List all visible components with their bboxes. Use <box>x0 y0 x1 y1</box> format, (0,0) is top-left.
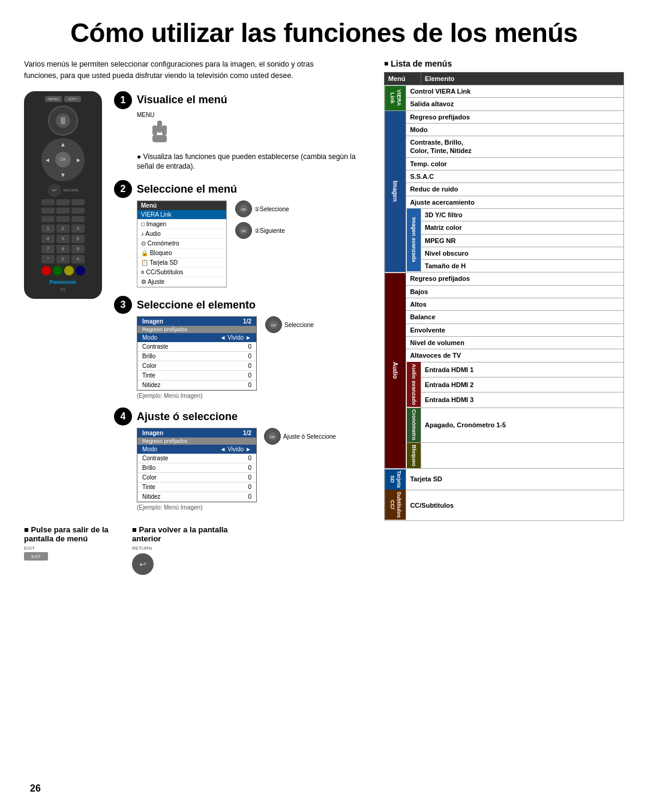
imagen-item-3: Contraste, Brillo,Color, Tinte, Nitidez <box>406 136 624 158</box>
btn-6[interactable] <box>71 208 85 214</box>
ok-diagram-4: OK <box>264 428 281 445</box>
button-row-1 <box>41 199 85 205</box>
menu-item-bloqueo: 🔒 Bloqueo <box>137 248 226 258</box>
btn-2[interactable] <box>56 199 70 205</box>
step-4-annotation: Ajuste ó Seleccione <box>283 433 336 440</box>
step-1-menu-label: MENU <box>137 112 372 118</box>
table-row-viera-2: Salida altavoz <box>385 98 624 110</box>
table-row-viera: VIERALink Control VIERA Link <box>385 85 624 98</box>
step-3: 3 Seleccione el elemento Imagen 1/2 <box>114 296 372 399</box>
dpad-right-arrow: ► <box>76 156 82 163</box>
audio-label: Audio <box>385 272 406 469</box>
table-row-imagen-3: Contraste, Brillo,Color, Tinte, Nitidez <box>385 136 624 158</box>
bloqueo-label: Bloqueo <box>406 443 421 469</box>
menu-button[interactable]: MENU <box>45 96 62 102</box>
col-menu: Menú <box>385 73 421 85</box>
btn-3[interactable] <box>71 199 85 205</box>
numpad: 1 2 3 4 5 6 7 8 9 * 0 # <box>41 224 85 263</box>
table-row-audio-6: Nivel de volumen <box>385 336 624 349</box>
ok-button[interactable]: OK <box>55 152 71 167</box>
para-title: ■ Para volver a la pantalla anterior <box>132 525 228 543</box>
svg-rect-5 <box>152 135 167 142</box>
step-3-nitidez: Nitidez0 <box>137 380 256 390</box>
svg-text:OK: OK <box>271 323 277 327</box>
num-5[interactable]: 5 <box>56 235 70 243</box>
num-9[interactable]: 9 <box>71 245 85 253</box>
menu-table: Menú Elemento VIERALink Control VIERA Li… <box>384 72 624 521</box>
left-column: Varios menús le permiten seleccionar con… <box>24 59 372 575</box>
button-row-3 <box>41 216 85 222</box>
btn-9[interactable] <box>71 216 85 222</box>
num-8[interactable]: 8 <box>56 245 70 253</box>
cronometro-item: Apagado, Cronómetro 1-5 <box>421 408 624 443</box>
step-2-title: Seleccione el menú <box>137 183 237 196</box>
btn-7[interactable] <box>41 216 55 222</box>
num-6[interactable]: 6 <box>71 235 85 243</box>
return-label: RETURN <box>132 546 152 551</box>
color-btn-green[interactable] <box>53 266 62 275</box>
num-hash[interactable]: # <box>71 255 85 263</box>
btn-5[interactable] <box>56 208 70 214</box>
step-4-mode-row: Modo◄ Vivido ► <box>137 445 256 454</box>
step-4-subheader: Regreso prefijados <box>137 438 256 445</box>
bottom-area: ■ Pulse para salir de la pantalla de men… <box>24 525 372 575</box>
num-0[interactable]: 0 <box>56 255 70 263</box>
color-btn-yellow[interactable] <box>64 266 74 275</box>
step-number-3: 3 <box>114 296 132 314</box>
audio-item-2: Bajos <box>406 285 624 298</box>
imagen-item-4: Temp. color <box>406 157 624 170</box>
step-4-color: Color0 <box>137 473 256 483</box>
steps-area: 1 Visualice el menú MENU <box>114 91 372 520</box>
button-row-2 <box>41 208 85 214</box>
d-pad[interactable]: ▲ ▼ ◄ ► OK <box>41 138 85 181</box>
table-row-imagen-2: Modo <box>385 123 624 136</box>
num-1[interactable]: 1 <box>41 224 55 233</box>
svg-text:OK: OK <box>270 435 275 439</box>
menu-item-tarjeta: 📋 Tarjeta SD <box>137 258 226 268</box>
table-row-tarjeta: TarjetaSD Tarjeta SD <box>385 469 624 490</box>
btn-1[interactable] <box>41 199 55 205</box>
color-btn-red[interactable] <box>41 266 51 275</box>
imagen-avanzada-label: Imagen avanzada <box>406 208 421 272</box>
audio-item-4: Balance <box>406 311 624 323</box>
table-row-subtitulos: SubtítulosCC/ CC/Subtitulos <box>385 490 624 520</box>
imagen-av-item-3: MPEG NR <box>421 234 624 247</box>
exit-label: EXIT <box>24 546 120 551</box>
audio-item-7: Altavoces de TV <box>406 349 624 362</box>
step-4-ejemplo: (Ejemplo: Menú Imagen) <box>137 504 372 511</box>
color-btn-blue[interactable] <box>76 266 85 275</box>
return-label: RETURN <box>64 188 79 192</box>
imagen-av-item-1: 3D Y/C filtro <box>421 208 624 221</box>
step-3-mode-row: Modo◄ Vivido ► <box>137 333 256 342</box>
return-button[interactable]: ↩ <box>48 184 61 197</box>
table-row-imagen-7: Ajuste acercamiento <box>385 196 624 208</box>
step-3-contraste: Contraste0 <box>137 342 256 352</box>
table-row-imagen-av-1: Imagen avanzada 3D Y/C filtro <box>385 208 624 221</box>
num-3[interactable]: 3 <box>71 224 85 233</box>
num-4[interactable]: 4 <box>41 235 55 243</box>
num-2[interactable]: 2 <box>56 224 70 233</box>
subtitulos-item: CC/Subtitulos <box>406 490 624 520</box>
step-4-nitidez: Nitidez0 <box>137 492 256 502</box>
remote-control: MENU EXIT ▲ ▼ <box>24 91 108 520</box>
step-1: 1 Visualice el menú MENU <box>114 91 372 172</box>
exit-button[interactable]: EXIT <box>64 96 81 102</box>
step-2-annotation2: ②Siguiente <box>254 227 285 234</box>
step-3-subheader: Regreso prefijados <box>137 326 256 333</box>
return-section: RETURN ↩ <box>132 546 228 575</box>
table-row-imagen-1: Imagen Regreso prefijados <box>385 110 624 123</box>
step-3-ejemplo: (Ejemplo: Menú Imagen) <box>137 392 372 399</box>
btn-8[interactable] <box>56 216 70 222</box>
menu-item-ajuste: ⚙ Ajuste <box>137 277 226 287</box>
num-7[interactable]: 7 <box>41 245 55 253</box>
hand-icon <box>149 119 170 145</box>
menu-table-header: Lista de menús <box>384 59 624 68</box>
cronometro-label: Cronómetro <box>406 408 421 443</box>
btn-4[interactable] <box>41 208 55 214</box>
num-star[interactable]: * <box>41 255 55 263</box>
page: Cómo utilizar las funciones de los menús… <box>0 0 648 812</box>
svg-text:OK: OK <box>241 229 247 233</box>
step-2: 2 Seleccione el menú Menú VIERA Link <box>114 180 372 287</box>
viera-label: VIERALink <box>385 85 406 111</box>
imagen-item-5: S.S.A.C <box>406 170 624 183</box>
